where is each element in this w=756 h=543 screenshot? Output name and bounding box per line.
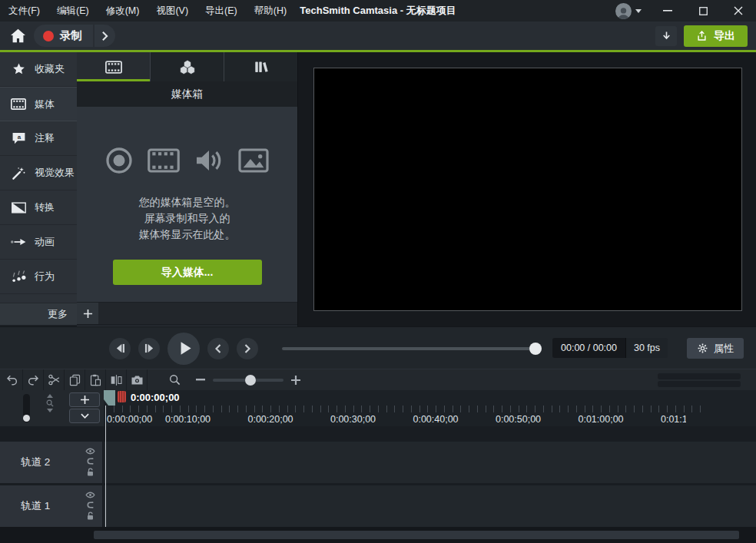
add-track-button[interactable] <box>69 392 100 407</box>
copy-button[interactable] <box>65 369 85 390</box>
sidebar-more-button[interactable]: 更多 <box>0 303 77 325</box>
gear-icon <box>697 343 708 354</box>
preview-canvas[interactable] <box>313 68 742 311</box>
ruler-tick <box>427 406 428 412</box>
seek-track[interactable] <box>282 347 542 350</box>
split-button[interactable] <box>106 369 127 390</box>
close-button[interactable] <box>721 0 756 22</box>
menu-modify[interactable]: 修改(M) <box>98 0 148 22</box>
timeline-ruler[interactable]: 0:00:00;00 0:00:00;000:00:10;000:00:20;0… <box>104 390 756 426</box>
record-button[interactable]: 录制 <box>34 25 93 47</box>
sidebar-item-visual-effects[interactable]: 视觉效果 <box>0 156 77 190</box>
track-options-button[interactable] <box>69 409 100 423</box>
track-header[interactable]: 轨道 1 <box>0 485 102 527</box>
playhead-flag[interactable] <box>104 390 115 406</box>
zoom-slider-knob[interactable] <box>245 375 256 386</box>
timeline-zoom-slider[interactable] <box>213 375 284 386</box>
ruler-tick <box>171 406 172 412</box>
ruler-tick <box>667 406 668 412</box>
record-expand-button[interactable] <box>94 25 115 47</box>
download-button[interactable] <box>655 26 677 46</box>
stage <box>298 52 756 326</box>
playhead-marker[interactable] <box>118 391 126 402</box>
seek-slider[interactable] <box>282 346 542 351</box>
next-frame-button[interactable] <box>138 338 160 359</box>
zoom-in-button[interactable] <box>291 376 300 385</box>
undo-button[interactable] <box>2 369 23 390</box>
minimap-bar[interactable] <box>658 373 741 379</box>
eye-icon[interactable] <box>85 448 95 455</box>
menu-file[interactable]: 文件(F) <box>0 0 48 22</box>
ruler-tick <box>675 406 676 412</box>
menu-export[interactable]: 导出(E) <box>197 0 246 22</box>
minimize-button[interactable] <box>650 0 685 22</box>
maximize-button[interactable] <box>685 0 721 22</box>
zoom-out-button[interactable] <box>196 379 205 381</box>
track-name: 轨道 2 <box>21 455 50 469</box>
previous-frame-button[interactable] <box>109 338 131 359</box>
horizontal-scrollbar[interactable] <box>94 531 739 539</box>
sidebar-label: 注释 <box>35 131 55 145</box>
track-content[interactable] <box>104 442 756 483</box>
sidebar-item-animations[interactable]: 动画 <box>0 225 77 260</box>
sidebar-item-transitions[interactable]: 转换 <box>0 190 77 225</box>
ruler-tick <box>320 406 321 412</box>
ruler-tick <box>502 406 502 412</box>
menu-edit[interactable]: 编辑(E) <box>48 0 98 22</box>
playhead-time: 0:00:00;00 <box>131 392 180 403</box>
track-height-knob[interactable] <box>23 415 30 422</box>
screenshot-button[interactable] <box>127 369 148 390</box>
empty-state-text: 您的媒体箱是空的。 屏幕录制和导入的 媒体将显示在此处。 <box>139 194 236 243</box>
media-bin-empty-state: 您的媒体箱是空的。 屏幕录制和导入的 媒体将显示在此处。 导入媒体... <box>77 107 297 302</box>
track-content[interactable] <box>104 485 756 527</box>
menu-help[interactable]: 帮助(H) <box>246 0 295 22</box>
sidebar-item-behaviors[interactable]: 行为 <box>0 260 77 294</box>
magnet-icon[interactable] <box>86 457 94 465</box>
ruler-tick <box>658 406 659 412</box>
timeline-toolbar <box>0 369 756 390</box>
tab-media-bin[interactable] <box>77 52 151 81</box>
tab-library[interactable] <box>151 52 224 81</box>
magnet-icon[interactable] <box>86 501 94 509</box>
sidebar-item-media[interactable]: 媒体 <box>0 87 77 121</box>
record-circle-icon <box>105 147 133 174</box>
seek-knob[interactable] <box>529 343 542 355</box>
paste-button[interactable] <box>85 369 106 390</box>
split-icon <box>111 375 122 386</box>
eye-icon[interactable] <box>85 492 95 498</box>
fps-display: 30 fps <box>625 338 668 358</box>
ruler-tick <box>213 406 214 412</box>
track-header[interactable]: 轨道 2 <box>0 442 102 483</box>
add-panel-button[interactable] <box>77 303 98 324</box>
cut-button[interactable] <box>44 369 65 390</box>
redo-button[interactable] <box>23 369 44 390</box>
track-height-slider[interactable] <box>23 394 30 422</box>
ruler-tick <box>221 406 222 412</box>
export-button[interactable]: 导出 <box>684 25 748 47</box>
ruler-tick <box>651 406 652 412</box>
minimap-bar[interactable] <box>658 381 741 387</box>
jump-back-button[interactable] <box>207 338 229 359</box>
jump-forward-button[interactable] <box>237 338 258 359</box>
import-media-label: 导入媒体... <box>161 266 214 280</box>
menu-view[interactable]: 视图(V) <box>148 0 197 22</box>
ruler-tick <box>204 406 205 412</box>
properties-button[interactable]: 属性 <box>687 338 744 359</box>
tab-templates[interactable] <box>224 52 297 81</box>
lock-icon[interactable] <box>87 512 94 521</box>
empty-state-icons <box>105 147 269 174</box>
sidebar-item-favorites[interactable]: 收藏夹 <box>0 52 77 87</box>
timeline-minimap[interactable] <box>658 373 741 387</box>
import-media-button[interactable]: 导入媒体... <box>113 260 262 285</box>
lock-icon[interactable] <box>87 468 94 477</box>
play-button[interactable] <box>167 333 200 365</box>
ruler-tick <box>287 406 288 412</box>
arrow-up-icon <box>47 394 53 398</box>
sidebar-item-annotations[interactable]: a 注释 <box>0 121 77 156</box>
image-icon <box>238 148 269 173</box>
ruler-tick <box>196 406 197 412</box>
playhead-line[interactable] <box>105 406 106 527</box>
home-button[interactable] <box>7 25 28 47</box>
arrow-down-icon <box>47 409 53 412</box>
account-menu[interactable] <box>607 0 650 22</box>
